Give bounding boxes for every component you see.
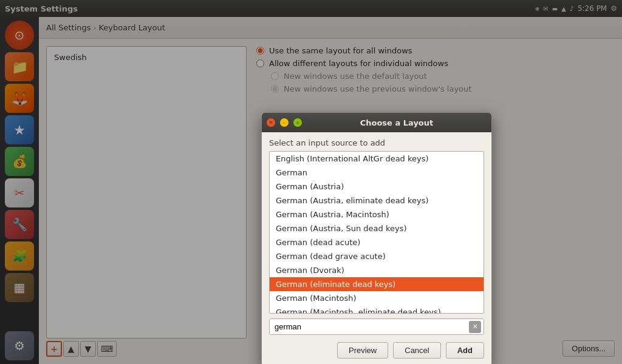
choose-layout-dialog: ✕ – + Choose a Layout Select an input so… — [261, 112, 492, 364]
cancel-button[interactable]: Cancel — [393, 342, 440, 359]
layout-list[interactable]: English (International AltGr dead keys) … — [269, 151, 484, 314]
modal-overlay: ✕ – + Choose a Layout Select an input so… — [0, 0, 622, 364]
preview-button[interactable]: Preview — [337, 342, 388, 359]
layout-item-8[interactable]: German (Dvorak) — [270, 263, 484, 277]
modal-footer: Preview Cancel Add — [269, 340, 484, 360]
layout-item-10[interactable]: German (Macintosh) — [270, 291, 484, 305]
modal-close-button[interactable]: ✕ — [267, 118, 275, 127]
search-input[interactable] — [270, 319, 469, 334]
layout-item-9-selected[interactable]: German (eliminate dead keys) — [270, 277, 484, 291]
search-row: ✕ — [269, 318, 484, 335]
modal-title: Choose a Layout — [307, 118, 487, 127]
modal-titlebar: ✕ – + Choose a Layout — [262, 113, 491, 132]
layout-item-7[interactable]: German (dead grave acute) — [270, 249, 484, 263]
layout-item-6[interactable]: German (dead acute) — [270, 235, 484, 249]
layout-item-4[interactable]: German (Austria, Macintosh) — [270, 207, 484, 221]
modal-body: Select an input source to add English (I… — [262, 132, 491, 364]
search-clear-button[interactable]: ✕ — [469, 321, 481, 333]
modal-maximize-button[interactable]: + — [293, 118, 302, 127]
layout-item-5[interactable]: German (Austria, Sun dead keys) — [270, 221, 484, 235]
layout-item-2[interactable]: German (Austria) — [270, 180, 484, 194]
modal-subtitle: Select an input source to add — [269, 138, 484, 147]
layout-item-3[interactable]: German (Austria, eliminate dead keys) — [270, 194, 484, 207]
modal-minimize-button[interactable]: – — [280, 118, 289, 127]
layout-item-0[interactable]: English (International AltGr dead keys) — [270, 152, 484, 166]
add-button[interactable]: Add — [446, 342, 484, 359]
layout-item-1[interactable]: German — [270, 166, 484, 180]
layout-item-11[interactable]: German (Macintosh, eliminate dead keys) — [270, 305, 484, 314]
